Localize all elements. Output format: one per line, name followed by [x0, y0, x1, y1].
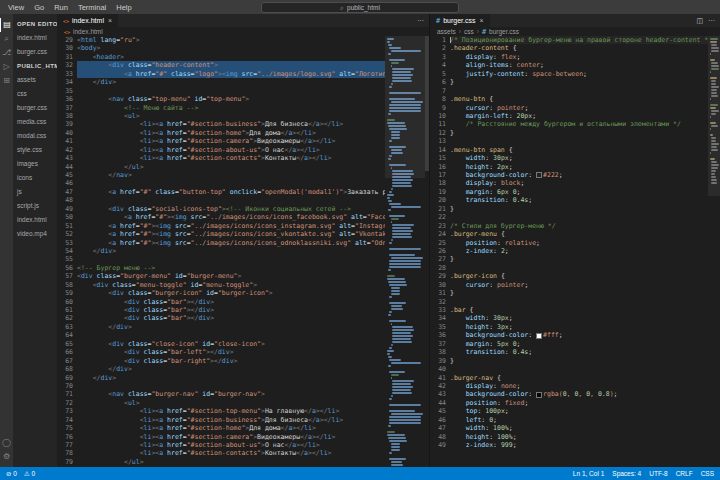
menu-view[interactable]: View	[3, 3, 29, 12]
line-number[interactable]: 12	[430, 129, 446, 137]
line-number[interactable]: 40	[57, 129, 73, 137]
more-actions-icon[interactable]: ⋯	[708, 17, 715, 25]
code-line[interactable]: </div>	[77, 247, 385, 255]
line-number[interactable]: 44	[430, 399, 446, 407]
status-item[interactable]: UTF-8	[649, 470, 667, 477]
code-line[interactable]: }	[450, 357, 708, 365]
code-line[interactable]: <a href="#" class="logo"><img src="../im…	[77, 70, 385, 78]
line-number[interactable]: 62	[57, 314, 73, 322]
explorer-item[interactable]: css	[13, 87, 57, 101]
code-line[interactable]: justify-content: space-between;	[450, 70, 708, 78]
line-number[interactable]: 73	[57, 407, 73, 415]
line-number[interactable]: 35	[430, 323, 446, 331]
explorer-item[interactable]: burger.css	[13, 45, 57, 59]
line-number[interactable]: 6	[430, 78, 446, 86]
line-number[interactable]: 65	[57, 340, 73, 348]
code-line[interactable]: <li><a href="#section-home">Для дома</a>…	[77, 129, 385, 137]
code-line[interactable]: <li><a href="#section-about-us">О нас</a…	[77, 441, 385, 449]
code-line[interactable]: background-color: #fff;	[450, 331, 708, 339]
line-number[interactable]: 44	[57, 163, 73, 171]
code-line[interactable]: <!-- Меню сайта -->	[77, 104, 385, 112]
line-number[interactable]: 61	[57, 306, 73, 314]
code-line[interactable]: <li><a href="#section-camera">Видеокамер…	[77, 137, 385, 145]
code-line[interactable]: </nav>	[77, 171, 385, 179]
code-line[interactable]: <body>	[77, 44, 385, 52]
line-number[interactable]: 56	[57, 264, 73, 272]
line-number[interactable]: 48	[57, 196, 73, 204]
code-line[interactable]: }	[450, 289, 708, 297]
line-number[interactable]: 37	[430, 340, 446, 348]
code-line[interactable]	[450, 264, 708, 272]
code-line[interactable]	[77, 255, 385, 263]
command-center-search[interactable]: ⌕ public_html	[261, 2, 459, 13]
explorer-item[interactable]: js	[13, 185, 57, 199]
line-number[interactable]: 28	[430, 264, 446, 272]
code-line[interactable]: <div class="bar"></div>	[77, 306, 385, 314]
code-line[interactable]: width: 30px;	[450, 314, 708, 322]
explorer-item[interactable]: icons	[13, 171, 57, 185]
explorer-item[interactable]: media.css	[13, 115, 57, 129]
scrollbar-left[interactable]	[425, 36, 429, 467]
code-line[interactable]	[450, 298, 708, 306]
line-number[interactable]: 54	[57, 247, 73, 255]
line-number[interactable]: 40	[430, 365, 446, 373]
line-number[interactable]: 30	[430, 281, 446, 289]
line-number[interactable]: 17	[430, 171, 446, 179]
line-number[interactable]: 46	[57, 179, 73, 187]
code-line[interactable]: width: 100%;	[450, 424, 708, 432]
line-number[interactable]: 50	[57, 213, 73, 221]
line-number[interactable]: 36	[57, 95, 73, 103]
code-line[interactable]: <li><a href="#section-about-us">О нас</a…	[77, 146, 385, 154]
code-line[interactable]: }	[450, 255, 708, 263]
line-number[interactable]: 4	[430, 61, 446, 69]
code-line[interactable]: <div class="header-content">	[77, 61, 385, 69]
status-item[interactable]: CSS	[701, 470, 714, 477]
line-number[interactable]: 57	[57, 272, 73, 280]
code-line[interactable]: </div>	[77, 78, 385, 86]
line-number[interactable]: 26	[430, 247, 446, 255]
code-line[interactable]: display: flex;	[450, 53, 708, 61]
explorer-item[interactable]: burger.css	[13, 101, 57, 115]
line-number[interactable]: 1	[430, 36, 446, 44]
line-number[interactable]: 46	[430, 416, 446, 424]
line-number[interactable]: 39	[57, 120, 73, 128]
line-number[interactable]: 3	[430, 53, 446, 61]
line-number[interactable]: 43	[430, 390, 446, 398]
line-number[interactable]: 41	[57, 137, 73, 145]
breadcrumb-right[interactable]: assets › css › # burger.css	[430, 27, 720, 36]
explorer-item[interactable]: index.html	[13, 31, 57, 45]
line-number[interactable]: 70	[57, 382, 73, 390]
code-area-left[interactable]: <html lang="ru"><body> <header> <div cla…	[77, 36, 385, 467]
code-line[interactable]: </ul>	[77, 458, 385, 466]
line-number[interactable]: 77	[57, 441, 73, 449]
code-line[interactable]: top: 100px;	[450, 407, 708, 415]
line-number[interactable]: 24	[430, 230, 446, 238]
line-number[interactable]: 30	[57, 44, 73, 52]
code-line[interactable]: transition: 0.4s;	[450, 196, 708, 204]
code-line[interactable]: </ul>	[77, 163, 385, 171]
explorer-item[interactable]: modal.css	[13, 129, 57, 143]
close-tab-icon[interactable]: ×	[480, 17, 484, 24]
status-item[interactable]: ⚠ 0	[24, 470, 35, 478]
line-number[interactable]: 8	[430, 95, 446, 103]
line-number[interactable]: 78	[57, 449, 73, 457]
line-number[interactable]: 7	[430, 87, 446, 95]
code-line[interactable]: .bar {	[450, 306, 708, 314]
code-line[interactable]: <div class="menu-toggle" id="menu-toggle…	[77, 281, 385, 289]
code-line[interactable]: </div>	[77, 323, 385, 331]
line-number[interactable]: 39	[430, 357, 446, 365]
code-line[interactable]: <li><a href="#section-business">Для бизн…	[77, 120, 385, 128]
line-number[interactable]: 51	[57, 222, 73, 230]
line-number[interactable]: 33	[430, 306, 446, 314]
close-tab-icon[interactable]: ×	[108, 17, 112, 24]
line-number[interactable]: 31	[57, 53, 73, 61]
code-line[interactable]: width: 30px;	[450, 154, 708, 162]
code-line[interactable]: /* Стили для бургер-меню */	[450, 222, 708, 230]
line-number[interactable]: 49	[57, 205, 73, 213]
line-number[interactable]: 76	[57, 433, 73, 441]
line-number[interactable]: 32	[57, 61, 73, 69]
line-number[interactable]: 58	[57, 281, 73, 289]
code-line[interactable]: </div>	[77, 374, 385, 382]
breadcrumb-item[interactable]: css	[464, 28, 474, 35]
code-line[interactable]: margin: 6px 0;	[450, 188, 708, 196]
